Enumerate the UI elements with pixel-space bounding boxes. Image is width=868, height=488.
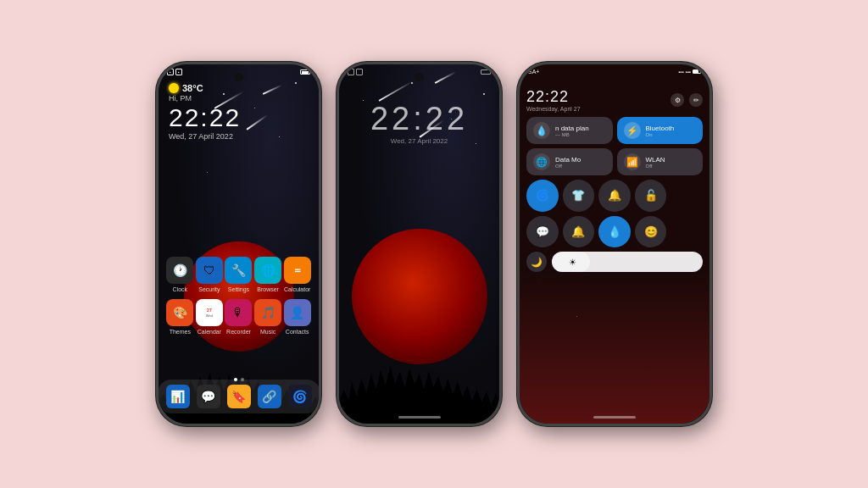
calculator-icon: ＝ xyxy=(284,257,311,284)
brightness-toggle[interactable]: 🌙 xyxy=(526,252,547,272)
clock-widget: 22:22 Wed, 27 April 2022 xyxy=(169,105,241,141)
bluetooth-icon: ⚡ xyxy=(624,122,641,139)
dock: 📊 💬 🔖 🔗 🌀 xyxy=(159,380,319,413)
cc-tiles-row2: 🌐 Data Mo Off 📶 WLAN Off xyxy=(526,148,703,175)
temperature: 38°C xyxy=(182,83,203,93)
settings-icon[interactable]: ⚙ xyxy=(670,93,684,107)
tile-text: Data Mo Off xyxy=(555,156,606,169)
browser-icon: 🌐 xyxy=(254,257,281,284)
punch-hole xyxy=(415,73,424,81)
control-center-panel: 22:22 Wednesday, April 27 ⚙ ✏ 💧 n data p… xyxy=(526,88,703,276)
app-label: Recorder xyxy=(226,329,251,335)
app-label: Themes xyxy=(170,329,191,335)
bluetooth-tile[interactable]: ⚡ Bluetooth On xyxy=(617,117,704,144)
music-icon: 🎵 xyxy=(254,299,281,326)
battery-area xyxy=(300,69,310,75)
greeting: Hi, PM xyxy=(169,94,203,103)
cc-edit-area: ⚙ ✏ xyxy=(670,93,703,107)
lock-date: Wed, 27 April 2022 xyxy=(370,137,468,145)
security-icon: 🛡 xyxy=(196,257,223,284)
app-calculator[interactable]: ＝ Calculator xyxy=(284,257,311,292)
battery-icon xyxy=(300,69,310,75)
wifi-icon xyxy=(356,69,363,75)
status-icons: ▪▪▪ ▪▪▪ xyxy=(678,69,701,75)
themes-icon: 🎨 xyxy=(166,299,193,326)
calendar-icon: 27 Wed xyxy=(196,299,223,326)
signal-icon: ▪ xyxy=(167,69,174,75)
tile-text: Bluetooth On xyxy=(646,125,697,137)
cc-time: 22:22 xyxy=(526,88,581,106)
toggle-btn-4[interactable]: 🔓 xyxy=(635,180,667,212)
toggle-btn-1[interactable]: 🌀 xyxy=(526,180,559,212)
app-themes[interactable]: 🎨 Themes xyxy=(166,299,193,335)
wlan-tile[interactable]: 📶 WLAN Off xyxy=(617,148,704,175)
brightness-row: 🌙 ☀ xyxy=(526,252,703,272)
app-calendar[interactable]: 27 Wed Calendar xyxy=(196,299,223,335)
phone-lock: 22:22 Wed, 27 April 2022 xyxy=(337,62,502,426)
signal-area xyxy=(348,69,363,75)
app-label: Calendar xyxy=(198,329,221,335)
app-recorder[interactable]: 🎙 Recorder xyxy=(225,299,252,335)
dock-icon-3[interactable]: 🔖 xyxy=(227,385,251,408)
control-center-screen: SA+ ▪▪▪ ▪▪▪ 22:22 Wednesday, April 27 ⚙ … xyxy=(520,64,709,424)
dock-icon-4[interactable]: 🔗 xyxy=(258,385,281,408)
cc-toggles-row2: 💬 🔔 💧 😊 xyxy=(526,216,703,248)
dock-icon-5[interactable]: 🌀 xyxy=(288,385,312,408)
phone-control: SA+ ▪▪▪ ▪▪▪ 22:22 Wednesday, April 27 ⚙ … xyxy=(517,62,712,426)
lock-screen: 22:22 Wed, 27 April 2022 xyxy=(339,64,499,424)
wlan-icon: 📶 xyxy=(624,153,641,170)
app-row-1: 🕐 Clock 🛡 Security 🔧 Settings 🌐 Browser … xyxy=(159,257,319,292)
app-music[interactable]: 🎵 Music xyxy=(254,299,281,335)
cc-date: Wednesday, April 27 xyxy=(526,106,581,112)
battery-icon xyxy=(481,69,491,75)
dock-icon-1[interactable]: 📊 xyxy=(166,385,190,408)
star xyxy=(295,82,297,84)
dock-icon-2[interactable]: 💬 xyxy=(197,385,220,408)
app-settings[interactable]: 🔧 Settings xyxy=(225,257,252,292)
clock-icon: 🕐 xyxy=(166,257,193,284)
tile-text: n data plan — MB xyxy=(555,125,606,137)
cc-header: 22:22 Wednesday, April 27 ⚙ ✏ xyxy=(526,88,703,112)
app-browser[interactable]: 🌐 Browser xyxy=(254,257,281,292)
app-security[interactable]: 🛡 Security xyxy=(196,257,223,292)
toggle-btn-5[interactable]: 💬 xyxy=(526,216,559,248)
wifi-icon: ▪▪▪ xyxy=(678,69,683,75)
star xyxy=(483,93,485,95)
edit-icon[interactable]: ✏ xyxy=(689,93,703,107)
signal-icon: ▪▪▪ xyxy=(686,69,691,75)
toggle-btn-2[interactable]: 👕 xyxy=(563,180,595,212)
toggle-btn-8[interactable]: 😊 xyxy=(635,216,667,248)
sun-icon xyxy=(169,83,179,93)
wifi-icon: ▪ xyxy=(175,69,182,75)
contacts-icon: 👤 xyxy=(284,299,311,326)
battery-icon xyxy=(693,69,701,74)
toggle-btn-3[interactable]: 🔔 xyxy=(598,180,631,212)
app-contacts[interactable]: 👤 Contacts xyxy=(284,299,311,335)
cc-status-bar: SA+ ▪▪▪ ▪▪▪ xyxy=(528,69,701,75)
recorder-icon: 🎙 xyxy=(225,299,252,326)
cc-gradient-bg xyxy=(520,271,709,424)
clock-date: Wed, 27 April 2022 xyxy=(169,132,241,141)
mobile-data-tile[interactable]: 🌐 Data Mo Off xyxy=(526,148,613,175)
data-plan-tile[interactable]: 💧 n data plan — MB xyxy=(526,117,613,144)
cc-toggles-row1: 🌀 👕 🔔 🔓 xyxy=(526,180,703,212)
toggle-btn-7[interactable]: 💧 xyxy=(598,216,631,248)
toggle-btn-6[interactable]: 🔔 xyxy=(563,216,595,248)
app-label: Music xyxy=(260,329,275,335)
phone-home: ▪ ▪ 38°C Hi, PM 22:22 Wed, 27 April 2022 xyxy=(156,62,321,426)
globe-icon: 🌐 xyxy=(533,153,550,170)
home-screen: ▪ ▪ 38°C Hi, PM 22:22 Wed, 27 April 2022 xyxy=(159,64,319,424)
home-indicator xyxy=(398,416,441,419)
signal-icon xyxy=(348,69,354,75)
clock-time: 22:22 xyxy=(169,105,241,130)
brightness-slider[interactable]: ☀ xyxy=(552,252,703,272)
punch-hole xyxy=(235,73,243,81)
app-clock[interactable]: 🕐 Clock xyxy=(166,257,193,292)
star xyxy=(279,136,280,137)
app-label: Settings xyxy=(228,286,249,292)
data-icon: 💧 xyxy=(533,122,550,139)
carrier-text: SA+ xyxy=(528,69,539,75)
red-moon xyxy=(352,229,487,364)
lock-time: 22:22 xyxy=(370,103,468,135)
app-label: Calculator xyxy=(284,286,311,292)
